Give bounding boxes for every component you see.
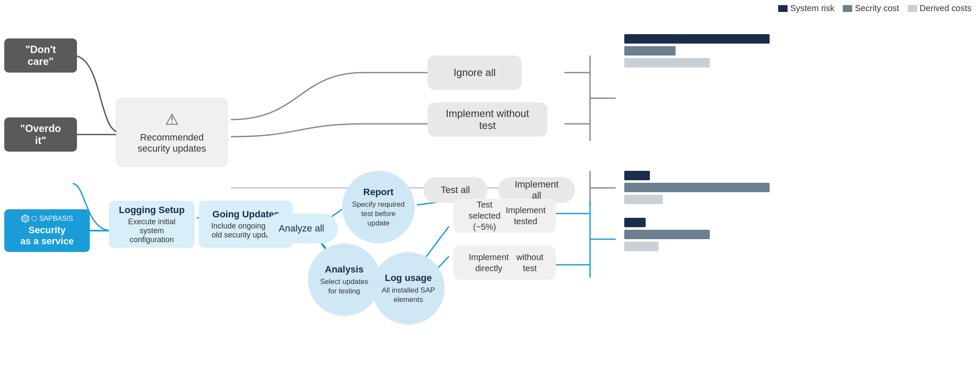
top-bar-system-risk (624, 34, 770, 44)
sapbasis-logo: ⬡ SAPBASIS (21, 214, 73, 223)
legend-item-system-risk: System risk (778, 3, 834, 13)
sapbasis-title: Security as a service (21, 225, 74, 247)
legend-label-system-risk: System risk (790, 3, 834, 13)
bottom-bar-system-risk (624, 218, 646, 227)
top-bar-chart (624, 34, 787, 67)
sapbasis-hexagon-icon (21, 214, 30, 223)
sapbasis-node: ⬡ SAPBASIS Security as a service (4, 209, 90, 252)
analyze-all-node: Analyze all (265, 214, 338, 243)
ignore-all-node: Ignore all (428, 56, 522, 90)
middle-bar-chart (624, 171, 787, 204)
legend-label-derived-costs: Derived costs (920, 3, 971, 13)
middle-bar-security-cost (624, 183, 770, 192)
legend-label-security-cost: Secrity cost (855, 3, 899, 13)
implement-without-test-node: Implement without test (428, 102, 547, 137)
overdo-it-node: "Overdo it" (4, 117, 77, 152)
top-bar-derived-costs (624, 58, 710, 67)
log-usage-node: Log usage All installed SAP elements (372, 252, 445, 325)
implement-directly-node: Implement directly without test (453, 246, 556, 280)
bottom-bar-derived-costs (624, 242, 658, 251)
top-bar-security-cost (624, 46, 676, 56)
test-selected-node: Test selected (~5%) Implement tested (453, 199, 556, 233)
middle-bar-system-risk (624, 171, 650, 180)
dont-care-node: "Don't care" (4, 38, 77, 73)
report-node: Report Specify required test before upda… (342, 171, 415, 243)
recommended-security-updates-node: ⚠ Recommended security updates (116, 98, 227, 167)
bottom-bar-chart (624, 218, 787, 251)
logging-setup-node: Logging Setup Execute initial system con… (109, 201, 195, 248)
middle-bar-derived-costs (624, 195, 663, 204)
diagram-container: System risk Secrity cost Derived costs "… (0, 0, 980, 366)
legend-color-security-cost (843, 5, 852, 12)
warning-icon: ⚠ (165, 111, 179, 129)
bottom-bar-security-cost (624, 230, 710, 239)
legend-item-derived-costs: Derived costs (908, 3, 971, 13)
recommended-text: Recommended security updates (138, 132, 206, 154)
legend: System risk Secrity cost Derived costs (778, 3, 971, 13)
legend-item-security-cost: Secrity cost (843, 3, 899, 13)
legend-color-system-risk (778, 5, 788, 12)
svg-marker-0 (22, 215, 29, 223)
analysis-node: Analysis Select updates for testing (308, 243, 381, 316)
legend-color-derived-costs (908, 5, 917, 12)
connections-svg (0, 0, 980, 366)
